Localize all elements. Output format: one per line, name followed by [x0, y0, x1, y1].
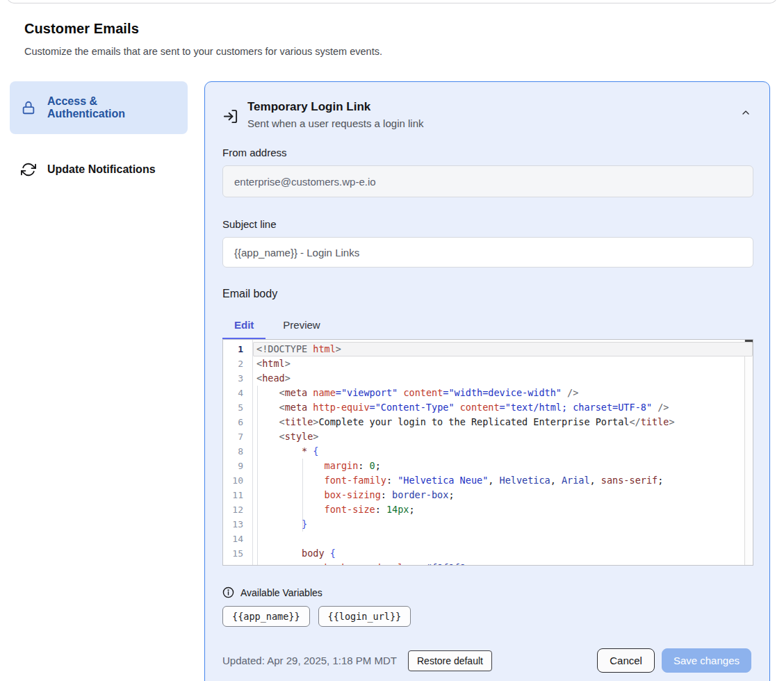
line-number: 1 — [223, 342, 252, 356]
code-line[interactable]: margin: 0; — [253, 459, 753, 473]
line-number: 5 — [223, 400, 252, 415]
collapse-section-button[interactable] — [740, 107, 751, 118]
email-body-label: Email body — [222, 288, 751, 300]
code-line[interactable]: background-color: #f9f9f9; — [253, 561, 753, 565]
refresh-icon — [21, 162, 36, 177]
from-address-input[interactable] — [222, 165, 753, 197]
code-line[interactable]: <title>Complete your login to the Replic… — [253, 415, 753, 429]
updated-timestamp: Updated: Apr 29, 2025, 1:18 PM MDT — [222, 655, 397, 666]
code-line[interactable]: * { — [253, 444, 753, 459]
line-number: 16 — [223, 561, 252, 566]
line-number: 8 — [223, 444, 252, 459]
settings-sidebar: Access & Authentication Update Notificat… — [10, 81, 188, 187]
variable-chips: {{app_name}} {{login_url}} — [222, 606, 751, 627]
tab-edit[interactable]: Edit — [222, 312, 266, 340]
code-line[interactable]: <style> — [253, 429, 753, 444]
chevron-up-icon — [740, 107, 751, 118]
line-number: 3 — [223, 371, 252, 386]
section-subtitle: Sent when a user requests a login link — [247, 117, 423, 129]
info-icon — [222, 586, 234, 598]
restore-default-button[interactable]: Restore default — [408, 650, 492, 671]
code-line[interactable]: font-size: 14px; — [253, 502, 753, 517]
line-number: 4 — [223, 386, 252, 400]
section-title: Temporary Login Link — [247, 100, 423, 114]
code-line[interactable]: box-sizing: border-box; — [253, 488, 753, 502]
sidebar-item-label: Update Notifications — [47, 163, 156, 176]
subject-line-label: Subject line — [222, 218, 751, 230]
email-body-tabs: Edit Preview — [222, 312, 751, 340]
line-number: 13 — [223, 517, 252, 532]
line-number: 11 — [223, 488, 252, 502]
line-number: 14 — [223, 532, 252, 546]
email-settings-panel: Temporary Login Link Sent when a user re… — [204, 81, 770, 681]
panel-footer: Updated: Apr 29, 2025, 1:18 PM MDT Resto… — [222, 648, 751, 673]
code-line[interactable]: font-family: "Helvetica Neue", Helvetica… — [253, 473, 753, 488]
code-editor[interactable]: 12345678910111213141516 <!DOCTYPE html><… — [222, 339, 753, 566]
line-number: 12 — [223, 502, 252, 517]
line-number: 15 — [223, 546, 252, 561]
code-line[interactable]: <meta http-equiv="Content-Type" content=… — [253, 400, 753, 415]
line-number: 2 — [223, 356, 252, 371]
variable-chip-login-url[interactable]: {{login_url}} — [318, 606, 411, 627]
line-number: 7 — [223, 429, 252, 444]
panel-header: Temporary Login Link Sent when a user re… — [222, 100, 751, 129]
sidebar-item-label: Access & Authentication — [47, 95, 177, 120]
save-changes-button[interactable]: Save changes — [662, 648, 751, 673]
line-number: 9 — [223, 459, 252, 473]
line-number: 10 — [223, 473, 252, 488]
lock-icon — [21, 100, 36, 115]
sidebar-item-access-authentication[interactable]: Access & Authentication — [10, 81, 188, 134]
page-title: Customer Emails — [24, 21, 784, 37]
top-card-edge — [7, 0, 777, 3]
cancel-button[interactable]: Cancel — [597, 648, 655, 673]
subject-line-input[interactable] — [222, 237, 753, 268]
page-subtitle: Customize the emails that are sent to yo… — [24, 46, 784, 57]
available-variables-label: Available Variables — [240, 587, 322, 598]
variable-chip-app-name[interactable]: {{app_name}} — [222, 606, 310, 627]
editor-code-area[interactable]: <!DOCTYPE html><html><head> <meta name="… — [252, 340, 753, 565]
code-line[interactable]: body { — [253, 546, 753, 561]
sidebar-item-update-notifications[interactable]: Update Notifications — [10, 152, 188, 187]
code-line[interactable]: } — [253, 517, 753, 532]
line-number: 6 — [223, 415, 252, 429]
code-line[interactable]: <!DOCTYPE html> — [253, 342, 753, 356]
code-line[interactable] — [253, 532, 753, 546]
login-link-icon — [222, 108, 238, 124]
code-line[interactable]: <meta name="viewport" content="width=dev… — [253, 386, 753, 400]
page-header: Customer Emails Customize the emails tha… — [24, 21, 784, 57]
code-line[interactable]: <head> — [253, 371, 753, 386]
editor-gutter: 12345678910111213141516 — [223, 340, 252, 565]
tab-preview[interactable]: Preview — [271, 312, 332, 340]
code-line[interactable]: <html> — [253, 356, 753, 371]
from-address-label: From address — [222, 147, 751, 158]
